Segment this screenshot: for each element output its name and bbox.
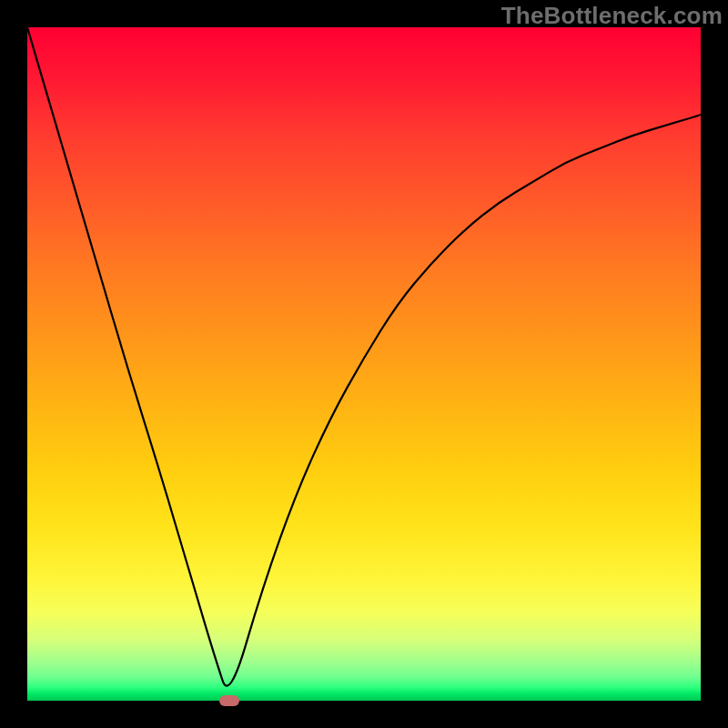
- optimal-point-marker: [219, 695, 239, 706]
- chart-frame: TheBottleneck.com: [0, 0, 728, 728]
- watermark-text: TheBottleneck.com: [501, 2, 723, 30]
- curve-layer: [27, 27, 701, 701]
- bottleneck-curve: [27, 27, 701, 686]
- plot-area: [27, 27, 701, 701]
